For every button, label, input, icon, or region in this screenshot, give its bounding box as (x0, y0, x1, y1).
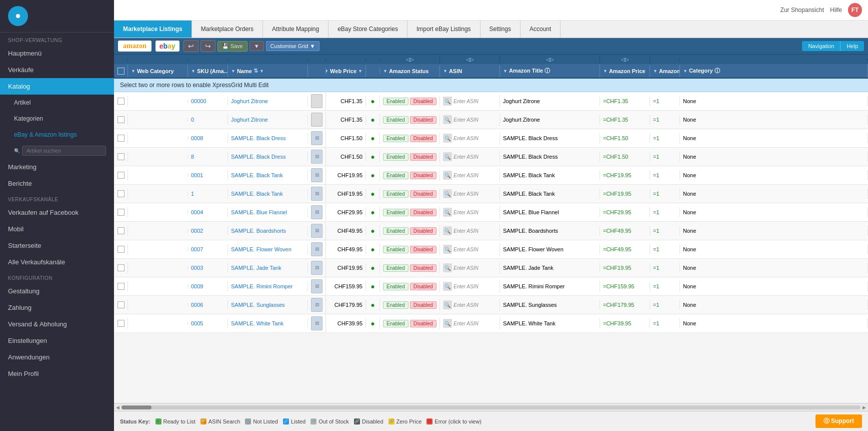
name-link[interactable]: SAMPLE. Black Dress (231, 135, 286, 141)
asin-search-button[interactable]: 🔍 (443, 245, 452, 254)
name-link[interactable]: SAMPLE. Boardshorts (231, 228, 286, 234)
row-checkbox[interactable] (118, 116, 124, 123)
tab-account[interactable]: Account (520, 21, 560, 38)
status-enabled-badge[interactable]: Enabled (383, 116, 408, 124)
name-sort-icon[interactable]: ⇅ (254, 68, 258, 74)
asin-value[interactable]: Enter ASIN (454, 210, 478, 215)
sidebar-item-mein-profil[interactable]: Mein Profil (0, 365, 114, 382)
category-filter-icon[interactable]: ▼ (683, 69, 688, 74)
status-enabled-badge[interactable]: Enabled (383, 320, 408, 327)
status-disabled-badge[interactable]: Disabled (410, 98, 436, 105)
row-checkbox[interactable] (118, 98, 124, 105)
status-enabled-badge[interactable]: Enabled (383, 264, 408, 272)
undo-button[interactable]: ↩ (184, 40, 198, 52)
name-link[interactable]: SAMPLE. Rimini Romper (231, 283, 292, 289)
sidebar-item-kategorien[interactable]: Kategorien (0, 111, 114, 127)
asin-search-button[interactable]: 🔍 (443, 319, 452, 328)
row-checkbox[interactable] (118, 190, 124, 197)
row-checkbox[interactable] (118, 209, 124, 216)
status-enabled-badge[interactable]: Enabled (383, 98, 408, 105)
amazonqty-filter-icon[interactable]: ▼ (653, 69, 658, 74)
asin-value[interactable]: Enter ASIN (454, 173, 478, 178)
shopansicht-link[interactable]: Zur Shopansicht (780, 7, 824, 14)
status-disabled-badge[interactable]: Disabled (410, 190, 436, 198)
sidebar-item-anwendungen[interactable]: Anwendungen (0, 349, 114, 365)
sidebar-item-facebook[interactable]: Verkaufen auf Facebook (0, 204, 114, 221)
sku-link[interactable]: 0007 (191, 246, 203, 252)
status-enabled-badge[interactable]: Enabled (383, 246, 408, 253)
status-disabled-badge[interactable]: Disabled (410, 209, 436, 216)
row-checkbox[interactable] (118, 135, 124, 142)
sidebar-item-versand[interactable]: Versand & Abholung (0, 316, 114, 332)
navigation-button[interactable]: Navigation (802, 41, 840, 51)
sidebar-item-starterseite[interactable]: Starterseite (0, 237, 114, 254)
amazontitle-filter-icon[interactable]: ▼ (503, 69, 508, 74)
tab-marketplace-orders[interactable]: Marketplace Orders (192, 21, 263, 38)
status-filter-icon[interactable]: ▼ (383, 69, 388, 74)
status-enabled-badge[interactable]: Enabled (383, 153, 408, 161)
asin-value[interactable]: Enter ASIN (454, 228, 478, 234)
asin-search-button[interactable]: 🔍 (443, 282, 452, 291)
sidebar-item-berichte[interactable]: Berichte (0, 175, 114, 192)
status-disabled-badge[interactable]: Disabled (410, 301, 436, 309)
asin-value[interactable]: Enter ASIN (454, 117, 478, 123)
scroll-track[interactable] (122, 405, 860, 409)
tab-marketplace-listings[interactable]: Marketplace Listings (114, 21, 192, 38)
sidebar-item-verkaufe[interactable]: Verkäufe (0, 62, 114, 78)
tab-import-ebay-listings[interactable]: Import eBay Listings (408, 21, 480, 38)
sidebar-item-artikel[interactable]: Artikel (0, 95, 114, 111)
asin-value[interactable]: Enter ASIN (454, 191, 478, 197)
sidebar-item-einstellungen[interactable]: Einstellungen (0, 332, 114, 349)
row-checkbox[interactable] (118, 227, 124, 234)
row-checkbox[interactable] (118, 153, 124, 160)
sku-link[interactable]: 0006 (191, 302, 203, 308)
row-checkbox[interactable] (118, 301, 124, 308)
scroll-right-arrow[interactable]: ▶ (862, 405, 866, 410)
status-disabled-badge[interactable]: Disabled (410, 153, 436, 161)
status-disabled-badge[interactable]: Disabled (410, 227, 436, 235)
sku-link[interactable]: 0 (191, 117, 194, 123)
name-link[interactable]: Joghurt Zitrone (231, 98, 268, 104)
status-disabled-badge[interactable]: Disabled (410, 283, 436, 290)
status-enabled-badge[interactable]: Enabled (383, 209, 408, 216)
sku-link[interactable]: 0008 (191, 135, 203, 141)
name-link[interactable]: SAMPLE. Blue Flannel (231, 209, 287, 215)
name-link[interactable]: SAMPLE. White Tank (231, 320, 284, 326)
sidebar-item-hauptmenu[interactable]: Hauptmenü (0, 45, 114, 62)
name-link[interactable]: SAMPLE. Jade Tank (231, 265, 282, 271)
horizontal-scrollbar[interactable]: ◀ ▶ (114, 403, 868, 411)
asin-search-button[interactable]: 🔍 (443, 208, 452, 217)
hilfe-link[interactable]: Hilfe (830, 7, 842, 14)
sidebar-item-gestaltung[interactable]: Gestaltung (0, 283, 114, 299)
sku-filter-icon[interactable]: ▼ (191, 69, 196, 74)
name-link[interactable]: SAMPLE. Black Dress (231, 154, 286, 160)
amazonprice-filter-icon[interactable]: ▼ (603, 69, 608, 74)
row-checkbox[interactable] (118, 264, 124, 271)
scroll-thumb[interactable] (122, 405, 152, 409)
row-checkbox[interactable] (118, 246, 124, 253)
asin-search-button[interactable]: 🔍 (443, 300, 452, 309)
sku-link[interactable]: 0002 (191, 228, 203, 234)
name-link[interactable]: SAMPLE. Sunglasses (231, 302, 285, 308)
tab-attribute-mapping[interactable]: Attribute Mapping (263, 21, 328, 38)
status-enabled-badge[interactable]: Enabled (383, 283, 408, 290)
row-checkbox[interactable] (118, 320, 124, 327)
price-filter-icon[interactable]: ▼ (326, 69, 328, 74)
asin-value[interactable]: Enter ASIN (454, 99, 478, 104)
webcategory-filter-icon[interactable]: ▼ (131, 69, 136, 74)
sidebar-item-mobil[interactable]: Mobil (0, 221, 114, 237)
sidebar-item-katalog[interactable]: Katalog (0, 78, 114, 95)
price-filter-icon2[interactable]: ▼ (358, 69, 362, 74)
asin-value[interactable]: Enter ASIN (454, 321, 478, 326)
name-link[interactable]: Joghurt Zitrone (231, 117, 268, 123)
save-button[interactable]: 💾 Save (218, 41, 248, 52)
status-disabled-badge[interactable]: Disabled (410, 264, 436, 272)
user-avatar[interactable]: FT (848, 3, 862, 17)
name-link[interactable]: SAMPLE. Black Tank (231, 172, 283, 178)
row-checkbox[interactable] (118, 172, 124, 179)
status-disabled-badge[interactable]: Disabled (410, 320, 436, 327)
asin-value[interactable]: Enter ASIN (454, 247, 478, 252)
asin-search-button[interactable]: 🔍 (443, 115, 452, 124)
sidebar-item-marketing[interactable]: Marketing (0, 159, 114, 175)
sku-link[interactable]: 1 (191, 191, 194, 197)
